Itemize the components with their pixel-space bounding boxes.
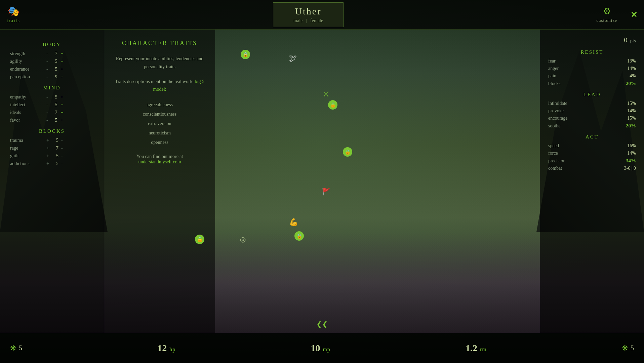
traits-model-text: Traits descriptions mention the real wor… <box>115 79 194 84</box>
stat-name-intellect: intellect <box>10 102 44 108</box>
hp-stat: 12 hp <box>157 343 175 354</box>
stat-minus-intellect[interactable]: - <box>46 102 48 108</box>
center-panel: CHARACTER TRAITS Represent your innate a… <box>104 30 215 333</box>
stat-val-addictions: 5 <box>52 161 58 166</box>
stat-val-favor: 5 <box>51 117 57 123</box>
lead-name-provoke: provoke <box>548 108 564 114</box>
stat-row-empathy: empathy - 5 + <box>10 94 94 100</box>
lock-icon-top-center[interactable]: 🔒 <box>241 50 250 59</box>
bottom-left-num: 5 <box>19 344 22 352</box>
resist-val-fear: 13% <box>627 58 636 64</box>
stat-val-trauma: 5 <box>52 137 58 143</box>
website-url[interactable]: understandmyself.com <box>138 159 181 164</box>
resist-pain: pain 4% <box>548 73 636 79</box>
resist-name-fear: fear <box>548 58 556 64</box>
stat-val-rage: 7 <box>52 145 58 151</box>
trait-extraversion: extraversion <box>114 119 205 128</box>
stat-plus-ideals[interactable]: + <box>61 110 64 115</box>
scroll-down-indicator[interactable]: ❯❯ <box>318 320 326 331</box>
stat-row-ideals: ideals - 7 + <box>10 110 94 115</box>
close-button[interactable]: ✕ <box>631 10 637 19</box>
stat-plus-perception[interactable]: + <box>61 74 64 80</box>
stat-plus-favor[interactable]: + <box>61 118 64 123</box>
stat-plus-intellect[interactable]: + <box>61 102 64 108</box>
hp-label: hp <box>169 347 175 353</box>
stat-row-guilt: guilt + 5 - <box>10 153 94 159</box>
customize-icon: ⚙ <box>603 6 611 16</box>
stat-plus-rage[interactable]: + <box>46 146 49 151</box>
stat-plus-agility[interactable]: + <box>61 59 64 64</box>
stat-minus-favor[interactable]: - <box>46 118 48 123</box>
stat-row-trauma: trauma + 5 - <box>10 137 94 143</box>
stat-minus-endurance[interactable]: - <box>46 67 48 72</box>
customize-button[interactable]: ⚙ customize <box>596 6 617 23</box>
stat-plus-addictions[interactable]: + <box>46 161 49 166</box>
lock-icon-lower-left[interactable]: 🔒 <box>195 235 204 244</box>
lead-val-encourage: 15% <box>627 116 636 121</box>
stat-val-agility: 5 <box>51 58 57 64</box>
stat-minus-addictions[interactable]: - <box>61 161 63 166</box>
stat-minus-trauma[interactable]: - <box>61 138 63 143</box>
stat-plus-endurance[interactable]: + <box>61 67 64 72</box>
stat-row-strength: strength - 7 + <box>10 51 94 56</box>
stat-minus-guilt[interactable]: - <box>61 153 63 159</box>
trait-conscientiousness: conscientiousness <box>114 110 205 119</box>
resist-fear: fear 13% <box>548 58 636 64</box>
gender-row: male | female <box>293 18 323 24</box>
stat-minus-empathy[interactable]: - <box>46 94 48 100</box>
character-name: Uther <box>293 6 323 17</box>
body-title: BODY <box>10 42 94 47</box>
act-force: force 14% <box>548 151 636 156</box>
resist-val-blocks: 20% <box>626 81 636 86</box>
bottom-bar: ❋ 5 12 hp 10 mp 1.2 rm ❋ 5 <box>0 333 644 363</box>
stat-name-endurance: endurance <box>10 67 44 72</box>
stat-minus-perception[interactable]: - <box>46 74 48 80</box>
bird-icon: 🕊 <box>289 54 297 63</box>
lock-icon-lower-right[interactable]: 🔒 <box>294 231 304 241</box>
lead-provoke: provoke 14% <box>548 108 636 114</box>
stat-row-rage: rage + 7 - <box>10 145 94 151</box>
left-panel: BODY strength - 7 + agility - 5 + endura… <box>0 30 104 333</box>
stat-plus-empathy[interactable]: + <box>61 94 64 100</box>
points-display: 0 pts <box>548 36 636 44</box>
act-val-precision: 34% <box>626 158 636 164</box>
mind-title: MIND <box>10 85 94 91</box>
stat-minus-ideals[interactable]: - <box>46 110 48 115</box>
lead-title: LEAD <box>548 92 636 97</box>
lock-icon-right-mid[interactable]: 🔒 <box>343 147 352 157</box>
resist-anger: anger 14% <box>548 66 636 71</box>
resist-name-anger: anger <box>548 66 559 71</box>
stat-row-perception: perception - 9 + <box>10 74 94 80</box>
points-value: 0 <box>624 36 627 44</box>
lead-soothe: soothe 20% <box>548 123 636 129</box>
lead-val-soothe: 20% <box>626 123 636 129</box>
stat-plus-strength[interactable]: + <box>61 51 64 56</box>
act-precision: precision 34% <box>548 158 636 164</box>
stat-minus-agility[interactable]: - <box>46 59 48 64</box>
traits-description: Represent your innate abilities, tendenc… <box>114 55 205 71</box>
stat-plus-trauma[interactable]: + <box>46 138 49 143</box>
rm-stat: 1.2 rm <box>466 343 487 354</box>
bottom-right-num: 5 <box>631 344 634 352</box>
rm-label: rm <box>480 347 487 353</box>
trait-neuroticism: neuroticism <box>114 128 205 138</box>
lock-icon-mid-right[interactable]: 🔒 <box>328 100 337 110</box>
stat-plus-guilt[interactable]: + <box>46 153 49 159</box>
find-text: You can find out more at <box>136 154 183 159</box>
stat-name-agility: agility <box>10 59 44 64</box>
stat-name-ideals: ideals <box>10 110 44 115</box>
gender-female[interactable]: female <box>310 18 323 24</box>
customize-label: customize <box>596 18 617 23</box>
trait-agreeableness: agreeableness <box>114 100 205 110</box>
stat-minus-strength[interactable]: - <box>46 51 48 56</box>
top-bar: 🎭 traits Uther male | female ⚙ customize… <box>0 0 644 30</box>
stat-name-rage: rage <box>10 146 44 151</box>
traits-button[interactable]: 🎭 traits <box>7 6 20 24</box>
stat-name-empathy: empathy <box>10 94 44 100</box>
stat-val-empathy: 5 <box>51 94 57 100</box>
stat-row-endurance: endurance - 5 + <box>10 66 94 72</box>
stat-minus-rage[interactable]: - <box>61 146 63 151</box>
stat-val-ideals: 7 <box>51 110 57 115</box>
lead-name-encourage: encourage <box>548 116 568 121</box>
gender-male[interactable]: male <box>293 18 303 24</box>
